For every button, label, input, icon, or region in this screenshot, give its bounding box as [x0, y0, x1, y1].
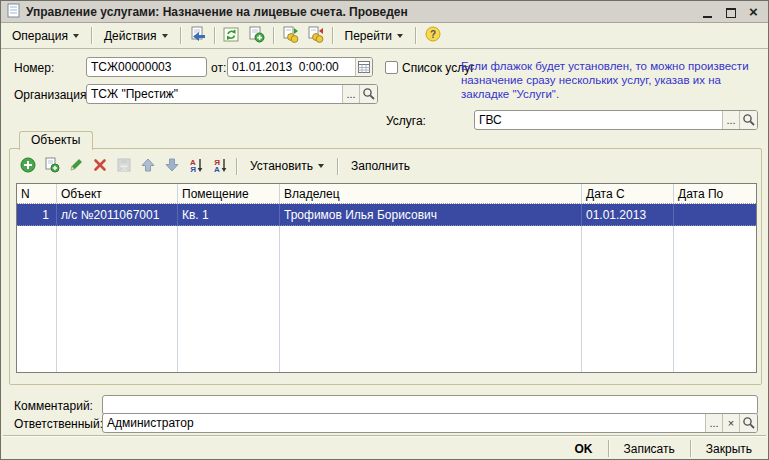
- separator: [91, 27, 92, 44]
- cell-date-to: [674, 204, 756, 225]
- close-form-button[interactable]: Закрыть: [696, 439, 762, 459]
- responsible-choose-button[interactable]: ...: [705, 414, 722, 432]
- save-button[interactable]: Записать: [614, 439, 685, 459]
- edit-pencil-icon: [68, 157, 84, 176]
- column-header-date-from[interactable]: Дата С: [582, 184, 674, 203]
- service-list-checkbox[interactable]: [385, 61, 398, 74]
- footer-buttons: OK Записать Закрыть: [565, 438, 763, 459]
- delete-icon: [92, 157, 108, 176]
- date-label: от:: [211, 61, 226, 75]
- date-input[interactable]: 01.01.2013 0:00:00: [227, 57, 373, 77]
- copy-document-icon: [248, 26, 265, 46]
- edit-row-button[interactable]: [65, 155, 87, 177]
- responsible-open-button[interactable]: [739, 414, 757, 432]
- delete-row-button[interactable]: [89, 155, 111, 177]
- number-input[interactable]: ТСЖ00000003: [86, 57, 207, 77]
- svg-text:?: ?: [430, 29, 436, 40]
- separator: [415, 27, 416, 44]
- separator: [273, 27, 274, 44]
- refresh-icon: [223, 26, 240, 46]
- set-button[interactable]: Установить: [242, 156, 332, 176]
- titlebar: Управление услугами: Назначение на лицев…: [1, 1, 768, 23]
- number-label: Номер:: [14, 61, 54, 75]
- column-header-room[interactable]: Помещение: [178, 184, 280, 203]
- write-document-button[interactable]: [186, 25, 209, 47]
- help-icon: ?: [425, 26, 441, 45]
- close-button[interactable]: ×: [747, 5, 760, 18]
- menu-goto[interactable]: Перейти: [338, 26, 411, 46]
- window-controls: ×: [701, 5, 762, 18]
- column-header-object[interactable]: Объект: [57, 184, 178, 203]
- separator: [690, 440, 691, 457]
- column-header-date-to[interactable]: Дата По: [674, 184, 756, 203]
- responsible-clear-button[interactable]: ×: [722, 414, 739, 432]
- unpost-document-button[interactable]: [304, 25, 327, 47]
- separator: [180, 27, 181, 44]
- comment-label: Комментарий:: [14, 399, 93, 413]
- copy-row-button[interactable]: [41, 155, 63, 177]
- separator: [608, 440, 609, 457]
- end-edit-button[interactable]: EOK: [113, 155, 135, 177]
- service-input[interactable]: ГВС ...: [474, 110, 758, 130]
- sort-ascending-button[interactable]: А Я: [185, 155, 207, 177]
- chevron-down-icon: [397, 34, 403, 38]
- organization-input[interactable]: ТСЖ "Престиж" ...: [86, 84, 378, 104]
- maximize-button[interactable]: [724, 5, 737, 18]
- organization-choose-button[interactable]: ...: [342, 85, 359, 103]
- table-row[interactable]: 1 л/с №2011067001 Кв. 1 Трофимов Илья Бо…: [17, 204, 756, 226]
- svg-text:Я: Я: [190, 165, 196, 173]
- chevron-down-icon: [162, 34, 168, 38]
- fill-button[interactable]: Заполнить: [343, 156, 418, 176]
- menu-actions[interactable]: Действия: [97, 26, 175, 46]
- menu-operation[interactable]: Операция: [5, 26, 86, 46]
- calendar-button[interactable]: [355, 58, 372, 76]
- add-icon: [20, 157, 36, 176]
- responsible-label: Ответственный:: [14, 417, 103, 431]
- cell-room: Кв. 1: [178, 204, 280, 225]
- sort-az-icon: А Я: [188, 157, 204, 176]
- service-label: Услуга:: [386, 114, 426, 128]
- chevron-down-icon: [73, 34, 79, 38]
- column-header-owner[interactable]: Владелец: [280, 184, 582, 203]
- objects-table: N Объект Помещение Владелец Дата С Дата …: [16, 183, 757, 373]
- separator: [214, 27, 215, 44]
- end-edit-disk-icon: EOK: [116, 157, 132, 176]
- move-up-button[interactable]: [137, 155, 159, 177]
- refresh-button[interactable]: [220, 25, 243, 47]
- separator: [236, 158, 237, 175]
- organization-label: Организация:: [14, 88, 90, 102]
- move-down-button[interactable]: [161, 155, 183, 177]
- organization-open-button[interactable]: [359, 85, 377, 103]
- service-open-button[interactable]: [739, 111, 757, 129]
- ok-button[interactable]: OK: [565, 439, 603, 459]
- minimize-button[interactable]: [701, 5, 714, 18]
- table-toolbar: EOK А Я: [17, 154, 418, 178]
- post-document-button[interactable]: [279, 25, 302, 47]
- cell-object: л/с №2011067001: [57, 204, 178, 225]
- add-row-button[interactable]: [17, 155, 39, 177]
- service-list-hint: Если флажок будет установлен, то можно п…: [461, 59, 763, 101]
- table-empty-area: [17, 226, 756, 372]
- responsible-input[interactable]: Администратор ... ×: [102, 413, 758, 433]
- footer-separator: [3, 435, 766, 436]
- tab-objects[interactable]: Объекты: [19, 131, 93, 150]
- copy-document-button[interactable]: [245, 25, 268, 47]
- magnifier-icon: [742, 416, 755, 430]
- toolbar: Операция Действия: [1, 23, 768, 49]
- cell-n: 1: [17, 204, 57, 225]
- magnifier-icon: [362, 87, 375, 101]
- chevron-down-icon: [318, 164, 324, 168]
- calendar-icon: [358, 61, 370, 74]
- window-title: Управление услугами: Назначение на лицев…: [26, 5, 696, 19]
- post-document-icon: [282, 26, 299, 46]
- arrow-up-icon: [140, 157, 156, 176]
- service-choose-button[interactable]: ...: [722, 111, 739, 129]
- column-header-n[interactable]: N: [17, 184, 57, 203]
- document-icon: [7, 3, 21, 21]
- sort-za-icon: Я А: [212, 157, 228, 176]
- svg-text:EOK: EOK: [120, 167, 128, 171]
- help-button[interactable]: ?: [421, 25, 444, 47]
- cell-date-from: 01.01.2013: [582, 204, 674, 225]
- comment-input[interactable]: [102, 395, 758, 415]
- sort-descending-button[interactable]: Я А: [209, 155, 231, 177]
